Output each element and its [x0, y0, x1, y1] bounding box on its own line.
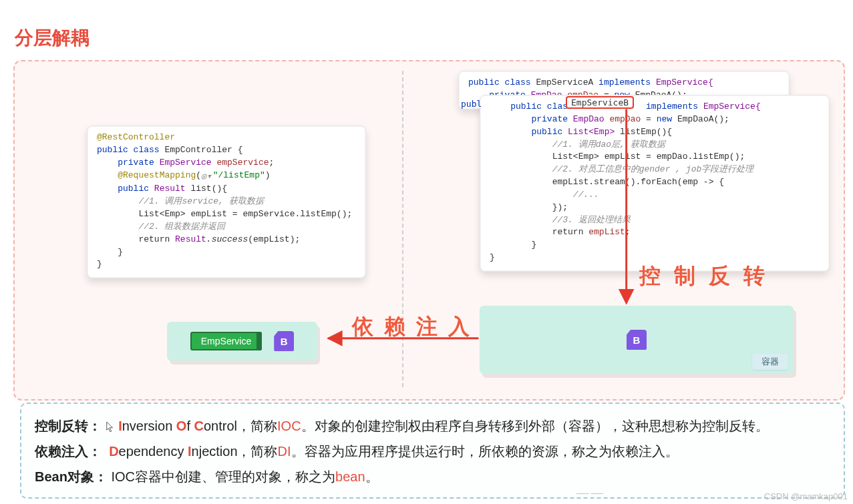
page-title: 分层解耦 — [15, 25, 853, 51]
code-controller-panel: @RestController public class EmpControll… — [87, 125, 366, 278]
code-service-b-panel: public class implements EmpService{ priv… — [480, 95, 830, 272]
highlight-empserviceb: EmpServiceB — [566, 96, 634, 109]
cursor-icon — [106, 421, 115, 433]
def-ioc: 控制反转： Inversion Of Control，简称IOC。对象的创建控制… — [35, 413, 830, 439]
globe-icon: ◎▾ — [201, 171, 212, 184]
bean-badge-left: B — [274, 331, 294, 351]
definitions-panel: 控制反转： Inversion Of Control，简称IOC。对象的创建控制… — [20, 403, 845, 499]
watermark-text: CSDN @mamkap001 — [764, 491, 848, 501]
def-bean: Bean对象： IOC容器中创建、管理的对象，称之为bean。 — [35, 464, 830, 489]
ioc-container-box: B 容器 — [480, 306, 794, 374]
emp-service-chip: EmpService — [190, 332, 262, 350]
diagram-frame: @RestController public class EmpControll… — [13, 60, 845, 401]
code-controller: @RestController public class EmpControll… — [97, 132, 356, 271]
ioc-handwriting: 控 制 反 转 — [639, 262, 769, 291]
di-handwriting: 依 赖 注 入 — [352, 312, 472, 342]
container-label: 容器 — [752, 354, 788, 370]
handwriting-fragment: —— — [576, 486, 606, 500]
code-service-b: public class implements EmpService{ priv… — [490, 101, 820, 264]
code-fragment-publ: publ — [461, 99, 482, 109]
left-component-box: EmpService B — [167, 322, 317, 360]
def-di: 依赖注入： Dependency Injection，简称DI。容器为应用程序提… — [35, 439, 830, 464]
bean-badge-right: B — [627, 330, 647, 350]
